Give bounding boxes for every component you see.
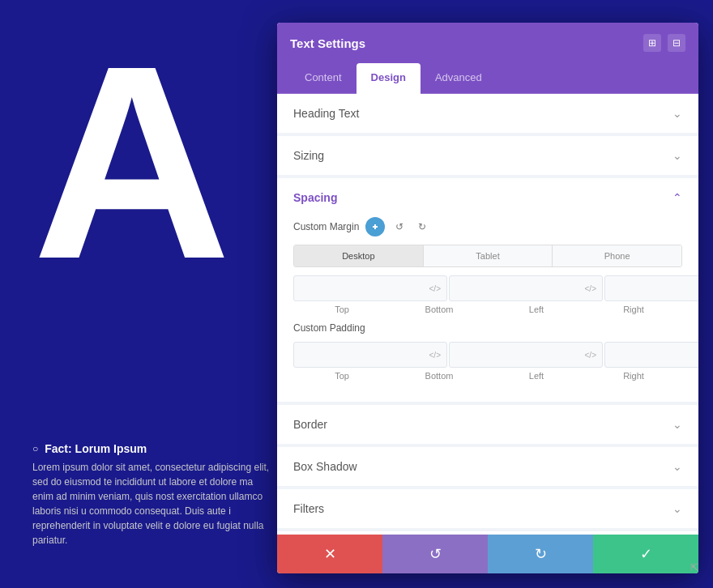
padding-bottom-code-icon: </> [585,351,596,360]
section-spacing-header[interactable]: Spacing ⌃ [277,178,698,217]
margin-bottom-section: </> [449,275,603,301]
section-border-label: Border [293,418,327,431]
section-filters: Filters ⌄ [277,489,698,528]
margin-top-input[interactable] [293,275,447,301]
padding-top-code-icon: </> [429,351,441,360]
section-filters-header[interactable]: Filters ⌄ [277,489,698,528]
margin-left-input[interactable] [604,275,698,301]
section-border: Border ⌄ [277,405,698,444]
section-sizing-label: Sizing [293,149,324,162]
padding-top-input[interactable] [293,342,447,368]
custom-padding-row: Custom Padding [293,322,682,334]
cursor-icon[interactable]: ↺ [391,219,408,235]
padding-left-label: Left [488,371,585,381]
panel-body: Heading Text ⌄ Sizing ⌄ Spacing ⌃ Custom… [277,94,698,535]
padding-field-labels: Top Bottom Left Right [293,371,682,381]
panel-expand-btn[interactable]: ⊞ [643,34,661,52]
panel-header-actions: ⊞ ⊟ [643,34,685,52]
padding-bottom-section: </> [449,342,603,368]
cancel-button[interactable]: ✕ [277,535,382,573]
section-heading-text: Heading Text ⌄ [277,94,698,133]
settings-panel: Text Settings ⊞ ⊟ Content Design Advance… [277,23,698,573]
tab-content[interactable]: Content [290,63,356,94]
redo-icon: ↻ [535,545,547,563]
fact-body: Lorem ipsum dolor sit amet, consectetur … [32,460,275,548]
section-spacing-content: Custom Margin ↺ ↻ Desktop Tablet Phone [277,217,698,402]
device-tab-tablet[interactable]: Tablet [424,245,553,266]
padding-bottom-label: Bottom [391,371,488,381]
section-spacing-chevron: ⌃ [672,191,682,204]
section-spacing-label: Spacing [293,191,337,204]
padding-left-section: </> [604,342,698,368]
device-tab-phone[interactable]: Phone [553,245,681,266]
cancel-icon: ✕ [324,545,336,563]
section-heading-text-header[interactable]: Heading Text ⌄ [277,94,698,133]
custom-padding-label: Custom Padding [293,322,365,334]
section-heading-text-label: Heading Text [293,107,359,120]
undo-button[interactable]: ↺ [382,535,488,573]
section-box-shadow-chevron: ⌄ [672,460,682,473]
panel-collapse-btn[interactable]: ⊟ [668,34,685,52]
panel-title: Text Settings [290,36,365,50]
panel-tabs: Content Design Advanced [277,63,698,94]
device-tabs: Desktop Tablet Phone [293,245,682,267]
padding-top-label: Top [293,371,391,381]
custom-margin-row: Custom Margin ↺ ↻ [293,217,682,236]
panel-footer: ✕ ↺ ↻ ✓ ⇱ [277,535,698,573]
padding-bottom-input[interactable] [449,342,603,368]
margin-inputs: </> </> </> [293,275,682,301]
padding-inputs: </> </> </> </> [293,342,682,368]
margin-top-code-icon: </> [429,284,441,293]
margin-field-labels: Top Bottom Left Right [293,305,682,314]
section-spacing: Spacing ⌃ Custom Margin ↺ ↻ Desktop Tabl… [277,178,698,402]
section-sizing-header[interactable]: Sizing ⌄ [277,136,698,175]
big-letter-display: A [32,24,232,300]
margin-top-section: </> [293,275,447,301]
section-sizing: Sizing ⌄ [277,136,698,175]
section-box-shadow: Box Shadow ⌄ [277,447,698,486]
resize-handle[interactable]: ⇱ [684,559,698,573]
section-heading-text-chevron: ⌄ [672,107,682,120]
padding-right-label: Right [585,371,682,381]
padding-top-section: </> [293,342,447,368]
device-tab-desktop[interactable]: Desktop [294,245,424,266]
link-icon-btn[interactable] [365,217,385,236]
margin-left-section: </> [604,275,698,301]
undo-icon: ↺ [429,545,442,563]
margin-bottom-code-icon: </> [585,284,596,293]
section-filters-label: Filters [293,502,324,515]
margin-top-label: Top [293,305,391,314]
redo-button[interactable]: ↻ [488,535,593,573]
section-box-shadow-label: Box Shadow [293,460,357,473]
tab-advanced[interactable]: Advanced [421,63,497,94]
section-sizing-chevron: ⌄ [672,149,682,162]
section-border-header[interactable]: Border ⌄ [277,405,698,444]
section-border-chevron: ⌄ [672,418,682,431]
custom-margin-label: Custom Margin [293,221,359,232]
reset-icon[interactable]: ↻ [414,219,430,235]
canvas-text-block: Fact: Lorum Ipsum Lorem ipsum dolor sit … [32,442,275,548]
fact-title: Fact: Lorum Ipsum [32,442,275,455]
margin-right-label: Right [585,305,682,314]
section-filters-chevron: ⌄ [672,502,682,515]
tab-design[interactable]: Design [356,63,421,94]
panel-header: Text Settings ⊞ ⊟ [277,23,698,63]
margin-bottom-label: Bottom [391,305,488,314]
section-box-shadow-header[interactable]: Box Shadow ⌄ [277,447,698,486]
margin-left-label: Left [488,305,585,314]
save-icon: ✓ [640,545,652,563]
margin-bottom-input[interactable] [449,275,603,301]
save-button[interactable]: ✓ [593,535,698,573]
padding-left-input[interactable] [604,342,698,368]
